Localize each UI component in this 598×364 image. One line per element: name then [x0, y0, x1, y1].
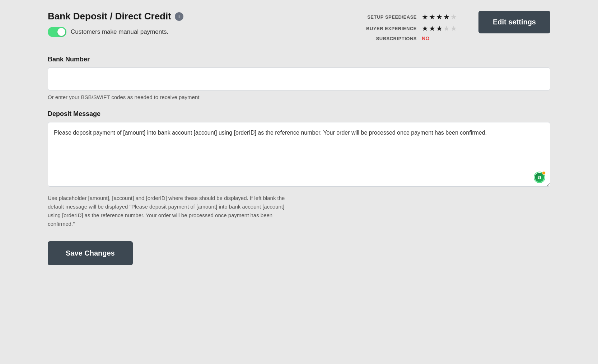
subscriptions-row: SUBSCRIPTIONS NO — [359, 36, 457, 41]
bank-number-helper: Or enter your BSB/SWIFT codes as needed … — [48, 94, 550, 100]
bank-number-label: Bank Number — [48, 56, 550, 63]
info-icon-label: i — [178, 14, 180, 19]
star-2: ★ — [429, 13, 435, 21]
deposit-message-textarea[interactable]: Please deposit payment of [amount] into … — [48, 122, 550, 187]
deposit-message-help: Use placeholder [amount], [account] and … — [48, 194, 292, 228]
setup-speed-label: SETUP SPEED/EASE — [359, 14, 417, 20]
page-title: Bank Deposit / Direct Credit — [48, 11, 171, 22]
star-3: ★ — [436, 13, 443, 21]
star-5: ★ — [450, 13, 457, 21]
toggle-description: Customers make manual payments. — [71, 28, 168, 36]
bank-number-group: Bank Number Or enter your BSB/SWIFT code… — [48, 56, 550, 100]
header-section: Bank Deposit / Direct Credit i Customers… — [48, 11, 550, 41]
bank-number-input[interactable] — [48, 67, 550, 90]
page-container: Bank Deposit / Direct Credit i Customers… — [48, 11, 550, 265]
star-3: ★ — [436, 24, 443, 33]
header-left: Bank Deposit / Direct Credit i Customers… — [48, 11, 338, 37]
star-1: ★ — [422, 13, 428, 21]
form-section: Bank Number Or enter your BSB/SWIFT code… — [48, 56, 550, 265]
star-5: ★ — [450, 24, 457, 33]
buyer-exp-label: BUYER EXPERIENCE — [359, 26, 417, 31]
star-2: ★ — [429, 24, 435, 33]
star-4: ★ — [443, 24, 450, 33]
save-changes-button[interactable]: Save Changes — [48, 241, 133, 265]
setup-speed-row: SETUP SPEED/EASE ★ ★ ★ ★ ★ — [359, 13, 457, 21]
enabled-toggle[interactable] — [48, 27, 66, 37]
edit-settings-button[interactable]: Edit settings — [478, 11, 550, 33]
ratings-section: SETUP SPEED/EASE ★ ★ ★ ★ ★ BUYER EXPERIE… — [359, 11, 457, 41]
info-icon[interactable]: i — [175, 12, 183, 21]
toggle-row: Customers make manual payments. — [48, 27, 338, 37]
buyer-exp-row: BUYER EXPERIENCE ★ ★ ★ ★ ★ — [359, 24, 457, 33]
title-row: Bank Deposit / Direct Credit i — [48, 11, 338, 22]
star-4: ★ — [443, 13, 450, 21]
star-1: ★ — [422, 24, 428, 33]
deposit-message-label: Deposit Message — [48, 110, 550, 118]
subscriptions-value: NO — [422, 36, 430, 41]
subscriptions-label: SUBSCRIPTIONS — [359, 36, 417, 41]
deposit-message-field-wrapper: Please deposit payment of [amount] into … — [48, 122, 550, 188]
deposit-message-group: Deposit Message Please deposit payment o… — [48, 110, 550, 228]
grammarly-icon: G — [534, 172, 545, 183]
grammarly-notification-dot — [542, 171, 546, 175]
buyer-exp-stars: ★ ★ ★ ★ ★ — [422, 24, 457, 33]
setup-speed-stars: ★ ★ ★ ★ ★ — [422, 13, 457, 21]
